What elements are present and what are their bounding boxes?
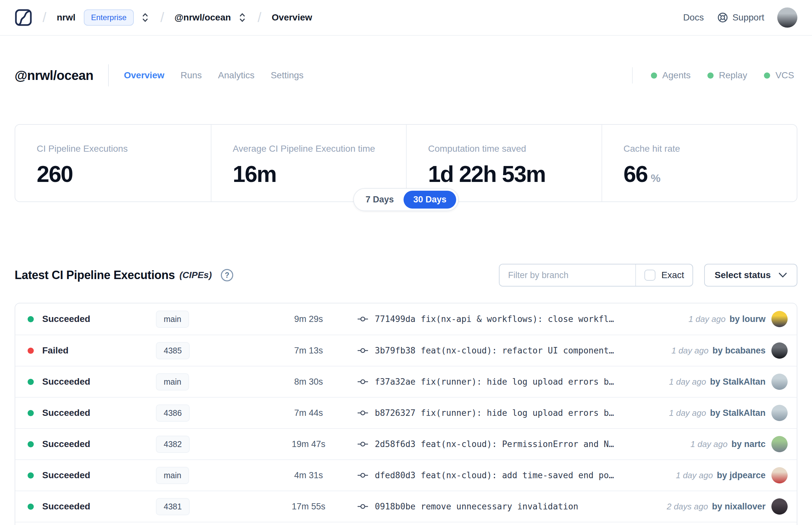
feature-vcs: VCS <box>764 70 794 80</box>
cipe-time: 1 day ago <box>669 377 706 387</box>
cipe-status: Succeeded <box>42 376 156 387</box>
breadcrumb-slash: / <box>43 10 46 25</box>
breadcrumb-slash: / <box>258 10 261 25</box>
feature-replay: Replay <box>707 70 747 80</box>
cipes-subtitle: (CIPEs) <box>179 270 212 280</box>
commit-message[interactable]: 3b79fb38feat(nx-cloud): refactor UI comp… <box>375 346 614 356</box>
cipe-author: by StalkAltan <box>710 377 766 387</box>
git-commit-icon <box>357 409 368 417</box>
branch-badge[interactable]: main <box>156 373 189 390</box>
nx-cloud-logo-icon[interactable] <box>15 9 32 26</box>
range-7-days[interactable]: 7 Days <box>356 191 403 209</box>
author-avatar <box>771 311 788 327</box>
git-commit-icon <box>357 471 368 479</box>
cipe-author: by lourw <box>730 314 766 324</box>
cipe-author: by nixallover <box>712 501 766 512</box>
branch-badge[interactable]: main <box>156 311 189 328</box>
git-commit-icon <box>357 440 368 448</box>
status-dot-icon <box>28 379 34 385</box>
support-label: Support <box>732 12 764 23</box>
cipe-duration: 4m 31s <box>260 470 357 480</box>
commit-message[interactable]: b8726327fix(runner): hide log upload err… <box>375 408 614 418</box>
tab-overview[interactable]: Overview <box>124 70 164 80</box>
cipe-duration: 7m 44s <box>260 408 357 418</box>
cipe-time: 1 day ago <box>671 346 708 356</box>
cipe-status: Failed <box>42 345 156 356</box>
date-range-toggle: 7 Days 30 Days <box>353 188 459 211</box>
status-dot-icon <box>764 73 770 79</box>
chevron-down-icon <box>779 272 787 278</box>
org-switcher-chevrons-icon[interactable] <box>140 12 150 23</box>
user-avatar[interactable] <box>777 7 797 28</box>
author-avatar <box>771 436 788 452</box>
range-30-days[interactable]: 30 Days <box>403 191 456 209</box>
tab-runs[interactable]: Runs <box>181 70 202 80</box>
table-row[interactable]: Succeeded main 4m 31s dfed80d3feat(nx-cl… <box>15 460 797 491</box>
breadcrumb-workspace[interactable]: @nrwl/ocean <box>174 12 231 23</box>
support-link[interactable]: Support <box>717 12 764 24</box>
cipe-duration: 8m 30s <box>260 377 357 387</box>
branch-badge[interactable]: 4381 <box>156 498 190 515</box>
table-row[interactable]: Succeeded main 8m 30s f37a32aefix(runner… <box>15 366 797 397</box>
stats-cards: CI Pipeline Executions 260 Average CI Pi… <box>15 124 797 202</box>
table-row-partial <box>15 522 797 525</box>
status-select[interactable]: Select status <box>704 264 797 287</box>
author-avatar <box>771 374 788 390</box>
git-commit-icon <box>357 502 368 510</box>
status-dot-icon <box>28 472 34 479</box>
cipes-title: Latest CI Pipeline Executions <box>15 268 175 282</box>
branch-badge[interactable]: 4386 <box>156 404 190 422</box>
status-dot-icon <box>28 504 34 510</box>
docs-link[interactable]: Docs <box>683 12 704 23</box>
commit-message[interactable]: dfed80d3feat(nx-cloud): add time-saved e… <box>375 470 614 480</box>
status-dot-icon <box>28 410 34 416</box>
cipe-time: 1 day ago <box>689 314 725 324</box>
table-row[interactable]: Succeeded 4381 17m 55s 0918b0beremove un… <box>15 491 797 522</box>
tab-analytics[interactable]: Analytics <box>218 70 254 80</box>
branch-badge[interactable]: main <box>156 467 189 484</box>
tab-settings[interactable]: Settings <box>271 70 303 80</box>
table-row[interactable]: Succeeded 4386 7m 44s b8726327fix(runner… <box>15 397 797 428</box>
commit-message[interactable]: 0918b0beremove unnecessary invalidation <box>375 501 579 511</box>
enterprise-badge: Enterprise <box>84 10 134 26</box>
cipe-duration: 9m 29s <box>260 314 357 324</box>
branch-badge[interactable]: 4382 <box>156 436 190 453</box>
status-dot-icon <box>28 316 34 322</box>
branch-filter-group: Exact <box>499 264 693 287</box>
divider <box>632 67 633 84</box>
exact-checkbox[interactable] <box>644 270 656 281</box>
status-dot-icon <box>28 441 34 447</box>
table-row[interactable]: Succeeded 4382 19m 47s 2d58f6d3feat(nx-c… <box>15 428 797 460</box>
cipe-author: by StalkAltan <box>710 408 766 418</box>
cipe-status: Succeeded <box>42 501 156 512</box>
cipe-status: Succeeded <box>42 408 156 418</box>
cipe-duration: 19m 47s <box>260 439 357 449</box>
commit-message[interactable]: 2d58f6d3feat(nx-cloud): PermissionError … <box>375 439 614 449</box>
cipe-duration: 7m 13s <box>260 346 357 356</box>
cipe-time: 1 day ago <box>691 439 727 449</box>
divider <box>108 64 109 86</box>
author-avatar <box>771 467 788 483</box>
stat-cache-hit-rate: Cache hit rate 66% <box>601 125 797 201</box>
workspace-switcher-chevrons-icon[interactable] <box>238 12 247 23</box>
cipe-status: Succeeded <box>42 470 156 480</box>
help-icon[interactable]: ? <box>221 269 233 281</box>
exact-toggle[interactable]: Exact <box>635 265 692 286</box>
table-row[interactable]: Succeeded main 9m 29s 771499dafix(nx-api… <box>15 303 797 335</box>
branch-filter-input[interactable] <box>500 265 635 286</box>
table-row[interactable]: Failed 4385 7m 13s 3b79fb38feat(nx-cloud… <box>15 335 797 366</box>
commit-message[interactable]: f37a32aefix(runner): hide log upload err… <box>375 377 614 387</box>
lifebuoy-icon <box>717 12 729 24</box>
commit-message[interactable]: 771499dafix(nx-api & workflows): close w… <box>375 314 614 324</box>
workspace-header: @nrwl/ocean Overview Runs Analytics Sett… <box>0 59 812 92</box>
status-dot-icon <box>28 348 34 354</box>
cipes-section-header: Latest CI Pipeline Executions (CIPEs) ? … <box>15 264 797 287</box>
cipe-status: Succeeded <box>42 314 156 324</box>
status-dot-icon <box>651 73 657 79</box>
cipe-time: 1 day ago <box>676 470 713 480</box>
author-avatar <box>771 498 788 515</box>
breadcrumb-org[interactable]: nrwl <box>57 12 76 23</box>
cipe-time: 2 days ago <box>667 501 708 512</box>
branch-badge[interactable]: 4385 <box>156 342 190 359</box>
cipe-author: by nartc <box>732 439 766 449</box>
